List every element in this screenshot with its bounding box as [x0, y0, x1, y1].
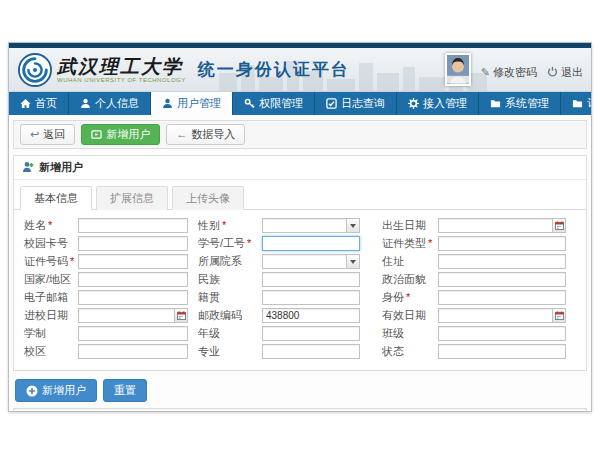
main-nav: 首页个人信息用户管理权限管理日志查询接入管理系统管理订阅管理: [9, 92, 591, 115]
field-label-class: 班级: [382, 326, 438, 341]
field-label-id-type: 证件类型*: [382, 236, 438, 251]
field-input-name[interactable]: [78, 218, 188, 233]
field-input-major[interactable]: [262, 344, 360, 359]
platform-title: 统一身份认证平台: [198, 58, 350, 81]
key-icon: [244, 98, 255, 109]
field-country-region: [78, 272, 188, 287]
calendar-icon[interactable]: [174, 309, 187, 322]
field-ethnicity: [262, 272, 360, 287]
field-label-address: 住址: [382, 254, 438, 269]
tab-upload-avatar[interactable]: 上传头像: [172, 186, 244, 210]
logout-link[interactable]: 退出: [547, 65, 583, 80]
field-input-id-type[interactable]: [438, 236, 566, 251]
field-student-id: [262, 236, 360, 251]
nav-item-permission-management[interactable]: 权限管理: [233, 92, 315, 115]
dropdown-arrow-icon[interactable]: [346, 255, 359, 268]
field-education-length: [78, 326, 188, 341]
nav-item-user-management[interactable]: 用户管理: [151, 92, 233, 115]
calendar-icon[interactable]: [552, 219, 565, 232]
field-gender: [262, 218, 360, 233]
field-campus-card: [78, 236, 188, 251]
nav-item-personal-info[interactable]: 个人信息: [69, 92, 151, 115]
field-label-id-number: 证件号码*: [24, 254, 78, 269]
required-asterisk: *: [406, 291, 410, 303]
field-label-campus: 校区: [24, 344, 78, 359]
field-input-birth-date[interactable]: [438, 218, 566, 233]
field-input-status[interactable]: [438, 344, 566, 359]
field-input-identity[interactable]: [438, 290, 566, 305]
person-icon: [162, 98, 173, 109]
calendar-icon[interactable]: [552, 309, 565, 322]
back-label: 返回: [43, 128, 65, 141]
add-user-button[interactable]: 新增用户: [81, 124, 160, 145]
nav-item-log-query[interactable]: 日志查询: [315, 92, 397, 115]
field-label-campus-card: 校园卡号: [24, 236, 78, 251]
field-name: [78, 218, 188, 233]
field-input-valid-date[interactable]: [438, 308, 566, 323]
column-header-2: 姓名: [98, 409, 158, 412]
nav-item-label: 系统管理: [505, 96, 549, 111]
tab-extended-info[interactable]: 扩展信息: [96, 186, 168, 210]
university-logo: [18, 53, 52, 87]
field-department: [262, 254, 360, 269]
reset-button[interactable]: 重置: [103, 379, 147, 402]
field-input-enroll-date[interactable]: [78, 308, 188, 323]
field-label-gender: 性别*: [198, 218, 262, 233]
back-button[interactable]: ↩ 返回: [20, 124, 75, 145]
home-icon: [20, 98, 31, 109]
form-row: 学制年级班级: [24, 325, 576, 342]
add-user-icon: [91, 129, 102, 140]
required-asterisk: *: [48, 219, 52, 231]
form-row: 国家/地区民族政治面貌: [24, 271, 576, 288]
field-input-student-id[interactable]: [262, 236, 360, 251]
field-input-class[interactable]: [438, 326, 566, 341]
field-input-campus[interactable]: [78, 344, 188, 359]
field-input-native-place[interactable]: [262, 290, 360, 305]
nav-item-home[interactable]: 首页: [9, 92, 69, 115]
submit-add-user-button[interactable]: 新增用户: [15, 379, 97, 402]
checklist-icon: [326, 98, 337, 109]
field-label-valid-date: 有效日期: [382, 308, 438, 323]
field-input-ethnicity[interactable]: [262, 272, 360, 287]
field-campus: [78, 344, 188, 359]
page: 武汉理工大学 WUHAN UNIVERSITY OF TECHNOLOGY 统一…: [0, 0, 600, 450]
field-label-enroll-date: 进校日期: [24, 308, 78, 323]
results-table: 学号/工号姓名性别身份所属院系操作: [14, 409, 586, 412]
header-right: ✎ 修改密码 退出: [445, 53, 583, 86]
field-label-ethnicity: 民族: [198, 272, 262, 287]
add-user-label: 新增用户: [106, 128, 150, 141]
column-header-6: 操作: [516, 409, 586, 412]
field-label-status: 状态: [382, 344, 438, 359]
field-input-education-length[interactable]: [78, 326, 188, 341]
field-input-political-status[interactable]: [438, 272, 566, 287]
field-address: [438, 254, 566, 269]
field-class: [438, 326, 566, 341]
tab-basic-info[interactable]: 基本信息: [20, 186, 92, 210]
dropdown-arrow-icon[interactable]: [346, 219, 359, 232]
data-import-button[interactable]: ← 数据导入: [166, 124, 245, 145]
field-input-postal-code[interactable]: [262, 308, 360, 323]
field-label-grade: 年级: [198, 326, 262, 341]
nav-item-subscription-management[interactable]: 订阅管理: [561, 92, 592, 115]
field-birth-date: [438, 218, 566, 233]
nav-item-access-management[interactable]: 接入管理: [397, 92, 479, 115]
change-password-link[interactable]: ✎ 修改密码: [481, 65, 537, 80]
field-label-postal-code: 邮政编码: [198, 308, 262, 323]
field-input-grade[interactable]: [262, 326, 360, 341]
section-title-text: 新增用户: [39, 160, 83, 175]
results-table-wrap: 学号/工号姓名性别身份所属院系操作: [13, 408, 587, 412]
field-input-email[interactable]: [78, 290, 188, 305]
field-valid-date: [438, 308, 566, 323]
app-window: 武汉理工大学 WUHAN UNIVERSITY OF TECHNOLOGY 统一…: [8, 42, 592, 412]
import-arrow-icon: ←: [176, 128, 187, 141]
form-row: 校园卡号学号/工号*证件类型*: [24, 235, 576, 252]
nav-item-label: 首页: [35, 96, 57, 111]
field-input-country-region[interactable]: [78, 272, 188, 287]
field-input-address[interactable]: [438, 254, 566, 269]
power-icon: [547, 66, 558, 79]
field-input-id-number[interactable]: [78, 254, 188, 269]
nav-item-system-management[interactable]: 系统管理: [479, 92, 561, 115]
field-input-campus-card[interactable]: [78, 236, 188, 251]
content: ↩ 返回 新增用户 ← 数据导入 新增用户 基本信息扩展信息上传头像: [9, 115, 591, 412]
required-asterisk: *: [247, 237, 251, 249]
